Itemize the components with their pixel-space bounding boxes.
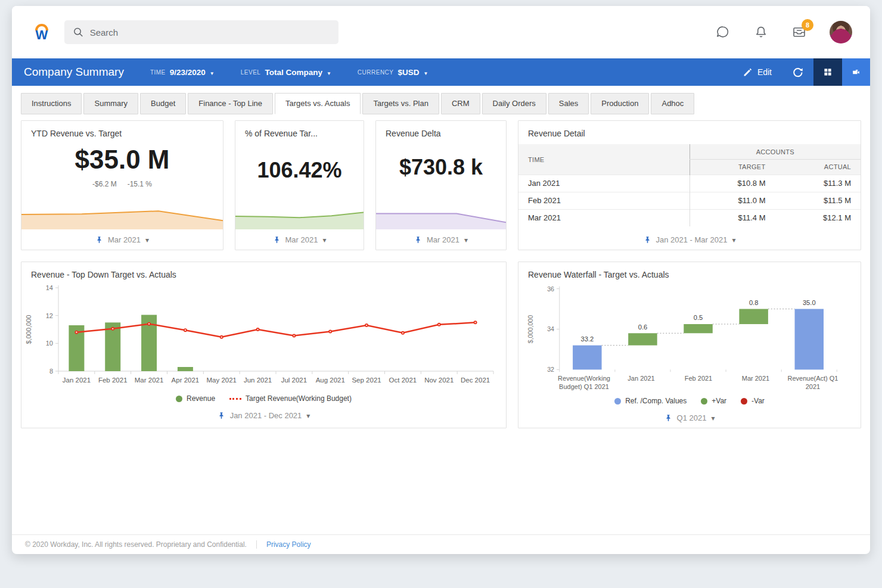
tab-targets-vs-actuals[interactable]: Targets vs. Actuals xyxy=(275,93,361,114)
svg-text:0.8: 0.8 xyxy=(749,299,759,306)
ytd-period-selector[interactable]: Mar 2021 xyxy=(21,229,223,250)
svg-text:Jul 2021: Jul 2021 xyxy=(281,377,307,384)
svg-text:14: 14 xyxy=(46,284,53,291)
time-filter[interactable]: TIME 9/23/2020 xyxy=(150,67,215,77)
tab-budget[interactable]: Budget xyxy=(140,93,186,114)
topdown-chart-card: Revenue - Top Down Target vs. Actuals 81… xyxy=(21,262,507,428)
svg-text:8: 8 xyxy=(49,368,53,375)
revenue-detail-table: TIME ACCOUNTS TARGET ACTUAL Jan 2021 $10… xyxy=(518,144,861,226)
waterfall-category: Jan 2021 xyxy=(613,374,670,391)
caret-down-icon xyxy=(732,235,735,244)
app-footer: © 2020 Workday, Inc. All rights reserved… xyxy=(12,534,870,554)
col-header-accounts: ACCOUNTS xyxy=(690,144,861,160)
waterfall-period-selector[interactable]: Q1 2021 xyxy=(518,407,861,428)
svg-text:0.5: 0.5 xyxy=(694,314,703,321)
profile-avatar[interactable] xyxy=(830,21,852,43)
target-revenue-line xyxy=(74,321,477,339)
pin-icon xyxy=(95,235,103,244)
caret-down-icon xyxy=(306,411,310,420)
notifications-button[interactable] xyxy=(753,24,769,40)
media-button[interactable] xyxy=(842,58,870,86)
pct-revenue-value: 106.42% xyxy=(235,158,364,183)
dashboard-header: Company Summary TIME 9/23/2020 LEVEL Tot… xyxy=(12,58,870,86)
legend-dot-marker xyxy=(741,398,747,405)
svg-text:Feb 2021: Feb 2021 xyxy=(98,377,128,384)
copyright-text: © 2020 Workday, Inc. All rights reserved… xyxy=(25,540,247,549)
top-bar: W xyxy=(12,6,870,58)
legend-item: Target Revenue(Working Budget) xyxy=(229,394,352,403)
waterfall-legend: Ref. /Comp. Values+Var-Var xyxy=(518,395,861,407)
legend-item: Ref. /Comp. Values xyxy=(614,397,687,405)
app-window: W xyxy=(12,6,870,554)
ytd-revenue-card: YTD Revenue vs. Target $35.0 M -$6.2 M -… xyxy=(21,120,223,250)
card-title: Revenue Detail xyxy=(518,121,861,138)
waterfall-chart: 323436$,000,00033.20.60.50.835.0 xyxy=(518,282,861,374)
ytd-delta-abs: -$6.2 M xyxy=(92,180,117,188)
waterfall-bars: 33.20.60.50.835.0 xyxy=(573,299,824,370)
pct-sparkline xyxy=(235,203,364,229)
waterfall-category: Revenue(Act) Q1 2021 xyxy=(784,374,841,391)
pin-icon xyxy=(218,411,225,420)
pin-icon xyxy=(273,235,281,244)
caret-down-icon xyxy=(711,413,715,422)
waterfall-category: Feb 2021 xyxy=(670,374,727,391)
topdown-period-selector[interactable]: Jan 2021 - Dec 2021 xyxy=(21,405,506,425)
legend-dot-marker xyxy=(701,398,707,405)
edit-button[interactable]: Edit xyxy=(732,58,782,86)
chat-button[interactable] xyxy=(715,24,731,40)
legend-item: +Var xyxy=(701,397,726,405)
ytd-revenue-value: $35.0 M xyxy=(21,145,223,175)
svg-text:Sep 2021: Sep 2021 xyxy=(352,377,381,384)
tab-summary[interactable]: Summary xyxy=(83,93,138,114)
video-camera-icon xyxy=(852,67,860,77)
svg-text:33.2: 33.2 xyxy=(580,335,594,343)
waterfall-chart-card: Revenue Waterfall - Target vs. Actuals 3… xyxy=(518,262,861,428)
delta-period-selector[interactable]: Mar 2021 xyxy=(376,229,506,250)
search-input[interactable] xyxy=(90,27,330,38)
privacy-policy-link[interactable]: Privacy Policy xyxy=(256,540,311,549)
svg-text:$,000,000: $,000,000 xyxy=(25,315,32,344)
table-row: Mar 2021 $11.4 M $12.1 M xyxy=(518,210,861,227)
grid-icon xyxy=(824,67,832,77)
currency-filter[interactable]: CURRENCY $USD xyxy=(358,67,428,77)
ytd-sparkline xyxy=(21,203,223,229)
page-title: Company Summary xyxy=(24,66,124,79)
bell-icon xyxy=(754,25,768,39)
svg-text:May 2021: May 2021 xyxy=(206,377,237,384)
waterfall-category: Revenue(Working Budget) Q1 2021 xyxy=(555,374,613,391)
col-header-actual: ACTUAL xyxy=(775,160,861,175)
svg-text:Jun 2021: Jun 2021 xyxy=(244,377,272,384)
tab-crm[interactable]: CRM xyxy=(441,93,480,114)
tab-sales[interactable]: Sales xyxy=(548,93,589,114)
legend-item: -Var xyxy=(741,397,765,405)
svg-text:$,000,000: $,000,000 xyxy=(527,315,534,343)
pin-icon xyxy=(414,235,422,244)
inbox-button[interactable]: 8 xyxy=(791,24,807,40)
revenue-delta-card: Revenue Delta $730.8 k Mar 2021 xyxy=(375,120,507,250)
revenue-delta-value: $730.8 k xyxy=(376,155,506,180)
level-filter[interactable]: LEVEL Total Company xyxy=(241,67,331,77)
tab-finance-top-line[interactable]: Finance - Top Line xyxy=(188,93,273,114)
tab-daily-orders[interactable]: Daily Orders xyxy=(482,93,546,114)
svg-text:Oct 2021: Oct 2021 xyxy=(389,377,417,384)
tab-adhoc[interactable]: Adhoc xyxy=(651,93,694,114)
tab-bar: InstructionsSummaryBudgetFinance - Top L… xyxy=(12,86,870,114)
svg-text:Aug 2021: Aug 2021 xyxy=(316,377,345,384)
grid-view-button[interactable] xyxy=(813,58,842,86)
caret-down-icon xyxy=(322,235,326,244)
chat-icon xyxy=(716,25,730,39)
waterfall-bar-0 xyxy=(573,346,601,370)
legend-dot-marker xyxy=(614,398,621,405)
tab-instructions[interactable]: Instructions xyxy=(21,93,82,114)
chart-title: Revenue - Top Down Target vs. Actuals xyxy=(21,262,506,279)
svg-text:12: 12 xyxy=(46,312,53,319)
svg-text:10: 10 xyxy=(46,340,53,347)
card-title: YTD Revenue vs. Target xyxy=(21,121,223,138)
tab-production[interactable]: Production xyxy=(591,93,649,114)
svg-text:0.6: 0.6 xyxy=(638,323,648,331)
search-box[interactable] xyxy=(64,20,338,44)
refresh-button[interactable] xyxy=(782,58,813,86)
tab-targets-vs-plan[interactable]: Targets vs. Plan xyxy=(362,93,439,114)
table-period-selector[interactable]: Jan 2021 - Mar 2021 xyxy=(518,229,861,250)
pct-period-selector[interactable]: Mar 2021 xyxy=(235,229,364,250)
